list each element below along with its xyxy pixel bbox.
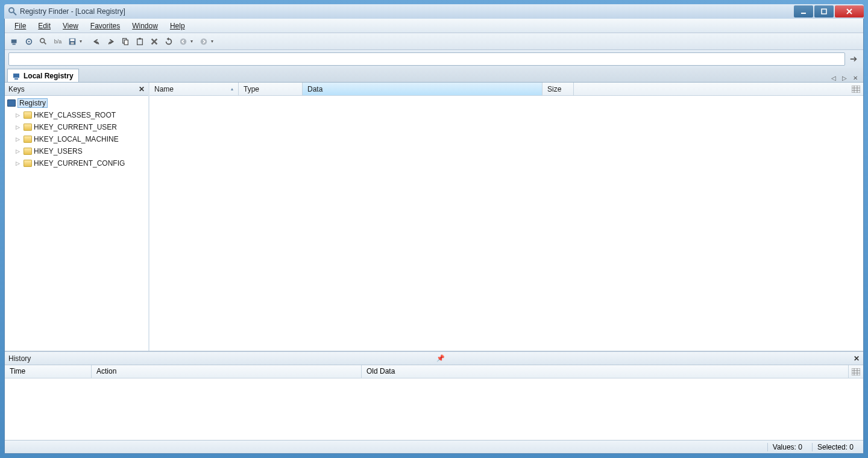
folder-icon <box>24 124 32 131</box>
tab-next-icon[interactable]: ▷ <box>840 74 849 82</box>
expander-icon[interactable]: ▷ <box>16 160 22 166</box>
history-title: History <box>8 354 31 363</box>
tab-label: Local Registry <box>24 72 74 80</box>
svg-rect-7 <box>13 43 16 45</box>
connect-icon[interactable] <box>8 36 20 48</box>
col-name[interactable]: Name▴ <box>149 83 239 95</box>
maximize-button[interactable] <box>814 5 834 17</box>
find-icon[interactable] <box>37 36 49 48</box>
menu-window[interactable]: Window <box>127 20 163 31</box>
menu-help[interactable]: Help <box>165 20 190 31</box>
svg-rect-14 <box>71 42 74 44</box>
close-button[interactable] <box>835 5 864 17</box>
svg-rect-24 <box>13 74 19 78</box>
keys-panel: Keys ✕ Registry ▷ HKEY_CLASSES_ROOT ▷ <box>5 83 149 351</box>
tab-prev-icon[interactable]: ◁ <box>829 74 838 82</box>
folder-icon <box>24 111 32 119</box>
history-grid[interactable] <box>5 378 863 440</box>
svg-point-21 <box>180 38 187 45</box>
svg-point-0 <box>9 8 14 13</box>
tree-item-hkcu[interactable]: ▷ HKEY_CURRENT_USER <box>5 121 148 133</box>
window-title: Registry Finder - [Local Registry] <box>20 7 125 16</box>
svg-rect-25 <box>14 78 18 80</box>
sort-asc-icon: ▴ <box>231 86 233 92</box>
svg-rect-2 <box>801 13 806 14</box>
forward-icon[interactable] <box>198 36 210 48</box>
tree-item-hkcr[interactable]: ▷ HKEY_CLASSES_ROOT <box>5 109 148 121</box>
toolbar: b/a ▾ ▾ ▾ <box>5 33 863 50</box>
tree-label: HKEY_LOCAL_MACHINE <box>34 135 119 143</box>
tree-label: HKEY_CURRENT_CONFIG <box>34 159 125 168</box>
history-panel: History 📌 ✕ Time Action Old Data <box>5 351 863 440</box>
delete-icon[interactable] <box>148 36 160 48</box>
keys-close-icon[interactable]: ✕ <box>139 85 145 93</box>
save-dropdown-icon[interactable]: ▾ <box>80 39 84 44</box>
svg-line-1 <box>13 12 16 15</box>
status-selected: Selected: 0 <box>812 443 858 451</box>
hcol-action[interactable]: Action <box>92 365 362 378</box>
menu-favorites[interactable]: Favorites <box>86 20 125 31</box>
tree-item-hkcc[interactable]: ▷ HKEY_CURRENT_CONFIG <box>5 157 148 169</box>
menu-edit[interactable]: Edit <box>33 20 55 31</box>
hcol-time[interactable]: Time <box>5 365 92 378</box>
tree-label: HKEY_CURRENT_USER <box>34 123 117 131</box>
document-tabbar: Local Registry ◁ ▷ ✕ <box>5 68 863 83</box>
expander-icon[interactable]: ▷ <box>16 148 22 154</box>
pin-icon[interactable]: 📌 <box>436 354 445 362</box>
registry-tree[interactable]: Registry ▷ HKEY_CLASSES_ROOT ▷ HKEY_CURR… <box>5 96 148 351</box>
col-size[interactable]: Size <box>542 83 574 95</box>
menu-view[interactable]: View <box>58 20 83 31</box>
menubar: File Edit View Favorites Window Help <box>5 19 863 33</box>
refresh-network-icon[interactable] <box>23 36 35 48</box>
registry-icon <box>13 72 21 80</box>
history-close-icon[interactable]: ✕ <box>854 354 860 363</box>
status-values: Values: 0 <box>767 443 807 451</box>
save-icon[interactable] <box>66 36 78 48</box>
tree-root[interactable]: Registry <box>5 97 148 109</box>
hcol-olddata[interactable]: Old Data <box>362 365 849 378</box>
copy-icon[interactable] <box>119 36 131 48</box>
minimize-button[interactable] <box>794 5 813 17</box>
replace-icon[interactable]: b/a <box>52 36 64 48</box>
paste-icon[interactable] <box>134 36 146 48</box>
tree-item-hku[interactable]: ▷ HKEY_USERS <box>5 145 148 157</box>
address-input[interactable] <box>8 52 845 66</box>
svg-point-10 <box>40 38 45 42</box>
expander-icon[interactable]: ▷ <box>16 136 22 142</box>
tree-label: HKEY_CLASSES_ROOT <box>34 111 116 119</box>
expander-icon[interactable]: ▷ <box>16 112 22 118</box>
tree-item-hklm[interactable]: ▷ HKEY_LOCAL_MACHINE <box>5 133 148 145</box>
refresh-icon[interactable] <box>163 36 175 48</box>
go-icon[interactable] <box>848 53 860 65</box>
svg-rect-18 <box>139 37 141 39</box>
col-type[interactable]: Type <box>239 83 303 95</box>
tab-close-icon[interactable]: ✕ <box>851 74 860 82</box>
history-view-mode-icon[interactable] <box>849 365 863 378</box>
tree-root-label: Registry <box>17 98 48 108</box>
folder-icon <box>24 160 32 167</box>
back-dropdown-icon[interactable]: ▾ <box>190 39 195 44</box>
app-icon <box>8 7 17 16</box>
values-grid[interactable] <box>149 96 863 351</box>
expander-icon[interactable]: ▷ <box>16 124 22 130</box>
folder-icon <box>24 136 32 143</box>
svg-line-11 <box>44 42 46 44</box>
tab-controls: ◁ ▷ ✕ <box>829 74 863 82</box>
menu-file[interactable]: File <box>10 20 31 31</box>
svg-point-22 <box>201 38 207 45</box>
titlebar[interactable]: Registry Finder - [Local Registry] <box>4 4 864 19</box>
main-split: Keys ✕ Registry ▷ HKEY_CLASSES_ROOT ▷ <box>5 83 863 351</box>
view-mode-icon[interactable] <box>849 83 863 95</box>
svg-rect-26 <box>852 86 860 93</box>
history-header: History 📌 ✕ <box>5 352 863 365</box>
redo-icon[interactable] <box>105 36 117 48</box>
values-columns: Name▴ Type Data Size <box>149 83 863 96</box>
back-icon[interactable] <box>177 36 189 48</box>
svg-rect-13 <box>71 39 75 41</box>
forward-dropdown-icon[interactable]: ▾ <box>211 39 216 44</box>
tab-local-registry[interactable]: Local Registry <box>7 69 79 82</box>
col-data[interactable]: Data <box>303 83 542 95</box>
statusbar: Values: 0 Selected: 0 <box>5 440 863 453</box>
col-spacer <box>574 83 849 95</box>
undo-icon[interactable] <box>90 36 102 48</box>
